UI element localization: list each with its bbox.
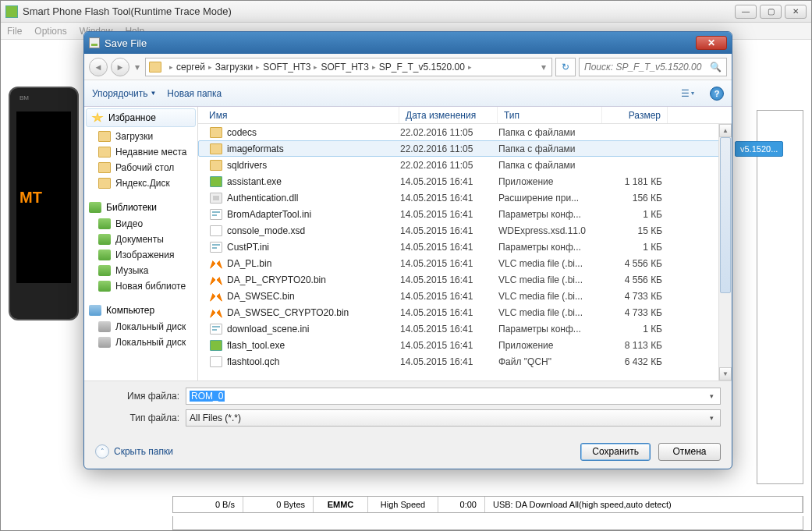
filename-input[interactable]: ROM_0 (190, 391, 225, 402)
col-size[interactable]: Размер (602, 107, 668, 123)
minimize-button[interactable]: — (735, 5, 757, 19)
organize-menu[interactable]: Упорядочить ▼ (92, 88, 156, 99)
dialog-toolbar: Упорядочить ▼ Новая папка ☰▾ ? (84, 80, 732, 107)
status-bytes: 0 Bytes (243, 497, 314, 512)
file-row[interactable]: DA_SWSEC_CRYPTO20.bin14.05.2015 16:41VLC… (198, 304, 732, 320)
dialog-close-button[interactable]: ✕ (696, 36, 727, 50)
sidebar-item[interactable]: Локальный диск (84, 335, 197, 350)
chevron-up-icon: ˄ (95, 444, 109, 458)
dialog-icon (89, 37, 100, 48)
close-main-button[interactable]: ✕ (785, 5, 807, 19)
folder-icon (98, 234, 111, 245)
nav-forward-button[interactable]: ► (111, 58, 129, 76)
phone-preview: BM MT (9, 87, 79, 320)
sidebar-item[interactable]: Изображения (84, 247, 197, 263)
search-icon: 🔍 (710, 62, 722, 73)
help-button[interactable]: ? (710, 87, 724, 101)
filename-label: Имя файла: (95, 391, 186, 402)
scroll-down-button[interactable]: ▼ (719, 367, 732, 381)
file-row[interactable]: CustPT.ini14.05.2015 16:41Параметры конф… (198, 239, 732, 255)
file-row[interactable]: imageformats22.02.2016 11:05Папка с файл… (198, 140, 732, 157)
path-dropdown[interactable]: ▾ (539, 59, 548, 75)
file-icon (210, 176, 222, 187)
folder-icon (98, 321, 111, 332)
view-mode-button[interactable]: ☰▾ (675, 86, 699, 101)
nav-history-dropdown[interactable]: ▾ (133, 59, 142, 75)
file-row[interactable]: BromAdapterTool.ini14.05.2015 16:41Парам… (198, 206, 732, 222)
file-row[interactable]: download_scene.ini14.05.2015 16:41Параме… (198, 320, 732, 337)
filename-field[interactable]: ROM_0 ▾ (186, 388, 721, 405)
nav-back-button[interactable]: ◄ (89, 58, 108, 76)
hide-folders-toggle[interactable]: ˄ Скрыть папки (95, 444, 173, 458)
file-row[interactable]: DA_PL.bin14.05.2015 16:41VLC media file … (198, 255, 732, 271)
sidebar-item[interactable]: Загрузки (84, 129, 197, 144)
file-row[interactable]: sqldrivers22.02.2016 11:05Папка с файлам… (198, 157, 732, 173)
search-input[interactable] (584, 62, 707, 73)
sidebar-item[interactable]: Недавние места (84, 144, 197, 160)
sidebar-libraries[interactable]: Библиотеки (84, 199, 197, 216)
dialog-footer: ˄ Скрыть папки Сохранить Отмена (84, 434, 732, 469)
status-speed: High Speed (368, 497, 438, 512)
file-icon (210, 274, 222, 285)
menu-options[interactable]: Options (34, 26, 66, 37)
maximize-button[interactable]: ▢ (760, 5, 782, 19)
dialog-nav: ◄ ► ▾ ▸ сергей▸ Загрузки▸ SOFT_HT3▸ SOFT… (84, 54, 732, 80)
file-row[interactable]: codecs22.02.2016 11:05Папка с файлами (198, 124, 732, 140)
filetype-dropdown-icon: ▾ (706, 414, 717, 422)
file-row[interactable]: flash_tool.exe14.05.2015 16:41Приложение… (198, 337, 732, 353)
filename-dropdown[interactable]: ▾ (706, 392, 717, 400)
col-date[interactable]: Дата изменения (399, 107, 498, 123)
vertical-scrollbar[interactable]: ▲ ▼ (718, 124, 732, 381)
file-icon (210, 340, 222, 351)
scroll-up-button[interactable]: ▲ (719, 124, 732, 137)
file-row[interactable]: DA_SWSEC.bin14.05.2015 16:41VLC media fi… (198, 288, 732, 304)
file-icon (210, 242, 222, 253)
sidebar-item[interactable]: Рабочий стол (84, 160, 197, 175)
sidebar-item[interactable]: Яндекс.Диск (84, 175, 197, 191)
sidebar-computer[interactable]: Компьютер (84, 302, 197, 319)
folder-icon (149, 62, 161, 73)
folder-icon (98, 162, 111, 173)
folder-icon (98, 218, 111, 229)
sidebar-favorites[interactable]: Избранное (86, 108, 196, 127)
scroll-thumb[interactable] (720, 137, 731, 293)
file-list: Имя Дата изменения Тип Размер codecs22.0… (198, 107, 732, 381)
file-row[interactable]: DA_PL_CRYPTO20.bin14.05.2015 16:41VLC me… (198, 271, 732, 288)
filetype-select[interactable]: All Files (*.*) ▾ (186, 409, 721, 427)
file-row[interactable]: console_mode.xsd14.05.2015 16:41WDExpres… (198, 222, 732, 239)
sidebar-item[interactable]: Музыка (84, 263, 197, 278)
app-icon (5, 5, 18, 18)
file-row[interactable]: Authentication.dll14.05.2015 16:41Расшир… (198, 189, 732, 206)
search-box[interactable]: 🔍 (579, 58, 727, 76)
file-row[interactable]: flashtool.qch14.05.2015 16:41Файл "QCH"6… (198, 353, 732, 370)
col-type[interactable]: Тип (498, 107, 602, 123)
status-bps: 0 B/s (173, 497, 243, 512)
file-icon (210, 193, 222, 204)
folder-icon (98, 265, 111, 276)
folder-icon (98, 250, 111, 260)
col-name[interactable]: Имя (198, 107, 399, 123)
menu-file[interactable]: File (7, 26, 22, 37)
file-icon (210, 160, 222, 171)
breadcrumb-path[interactable]: ▸ сергей▸ Загрузки▸ SOFT_HT3▸ SOFT_HT3▸ … (145, 58, 552, 76)
status-storage: EMMC (314, 497, 368, 512)
save-button[interactable]: Сохранить (580, 443, 651, 461)
file-row[interactable]: assistant.exe14.05.2015 16:41Приложение1… (198, 173, 732, 189)
list-header: Имя Дата изменения Тип Размер (198, 107, 732, 124)
sidebar: Избранное ЗагрузкиНедавние местаРабочий … (84, 107, 198, 381)
refresh-button[interactable]: ↻ (555, 58, 576, 76)
sidebar-item[interactable]: Локальный диск (84, 319, 197, 335)
right-overlay: v5.1520... (735, 141, 803, 157)
status-time: 0:00 (438, 497, 485, 512)
file-icon (210, 127, 222, 138)
sidebar-item[interactable]: Документы (84, 232, 197, 247)
file-icon (210, 307, 222, 318)
file-icon (210, 258, 222, 269)
file-icon (210, 225, 222, 236)
new-folder-button[interactable]: Новая папка (167, 88, 222, 99)
cancel-button[interactable]: Отмена (658, 443, 721, 461)
sidebar-item[interactable]: Видео (84, 216, 197, 232)
sidebar-item[interactable]: Новая библиоте (84, 278, 197, 294)
file-icon (210, 291, 222, 302)
version-chip[interactable]: v5.1520... (735, 141, 783, 157)
